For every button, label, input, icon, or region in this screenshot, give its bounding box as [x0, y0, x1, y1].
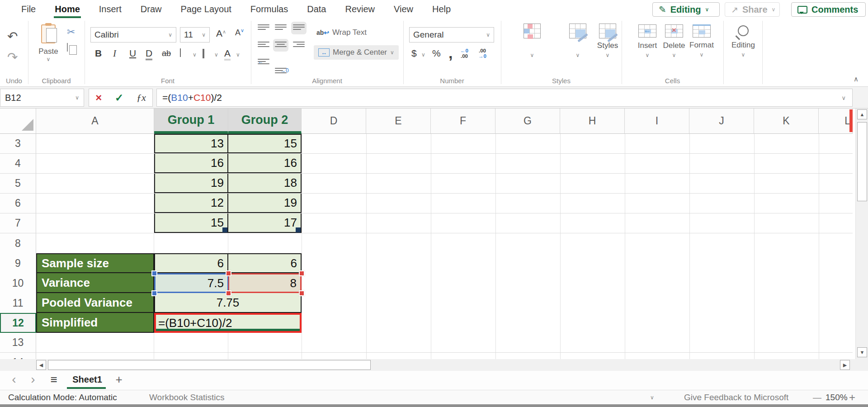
increase-font-size-button[interactable]: A∧ — [216, 28, 226, 39]
scroll-down-icon[interactable]: ▼ — [857, 347, 867, 357]
cell-c7[interactable]: 17 — [228, 213, 302, 233]
collapse-ribbon-button[interactable]: ∧ — [854, 75, 859, 83]
column-header-a[interactable]: A — [36, 109, 154, 134]
insert-cells-button[interactable]: ← Insert ∨ — [635, 24, 660, 58]
cell-a6[interactable] — [36, 194, 154, 213]
scroll-up-icon[interactable]: ▲ — [857, 109, 867, 119]
cell-styles-button[interactable]: Styles ∨ — [595, 24, 620, 60]
empty-cells[interactable] — [302, 154, 853, 173]
tab-sheet1[interactable]: Sheet1 — [68, 371, 107, 388]
selection-handle-red[interactable] — [299, 290, 305, 296]
empty-cells[interactable] — [302, 233, 853, 253]
merge-center-button[interactable]: ↔ Merge & Center ∨ — [314, 45, 399, 60]
selection-handle-blue[interactable] — [151, 270, 157, 276]
cell-b12-edit-mode[interactable]: =(B10+C10)/2 — [154, 313, 302, 333]
zoom-out-icon[interactable]: — — [813, 390, 821, 404]
column-header-c-group2[interactable]: Group 2 — [228, 109, 302, 134]
cell-b7[interactable]: 15 — [154, 213, 228, 233]
row-header-5[interactable]: 5 — [0, 174, 36, 193]
zoom-in-icon[interactable]: + — [849, 390, 855, 404]
decrease-indent-button[interactable]: ← — [258, 58, 269, 67]
undo-icon[interactable]: ↶ — [7, 29, 18, 44]
status-chevron-icon[interactable]: ∨ — [650, 390, 654, 404]
empty-cells[interactable] — [302, 213, 853, 233]
horizontal-scroll-thumb[interactable] — [48, 360, 371, 370]
add-sheet-icon[interactable]: + — [112, 371, 126, 388]
font-color-button[interactable]: A — [224, 48, 231, 61]
select-all-corner[interactable] — [0, 109, 36, 134]
cell-b14[interactable] — [154, 353, 228, 359]
cell-a7[interactable] — [36, 213, 154, 233]
row-header-10[interactable]: 10 — [0, 273, 36, 293]
empty-cells[interactable] — [302, 174, 853, 193]
cell-a4[interactable] — [36, 154, 154, 173]
menu-help[interactable]: Help — [423, 0, 460, 18]
cell-a14[interactable] — [36, 353, 154, 359]
bottom-align-button[interactable] — [293, 24, 305, 33]
formula-input[interactable]: =(B10+C10)/2 ∨ — [156, 89, 853, 107]
cell-b6[interactable]: 12 — [154, 194, 228, 213]
column-header-i[interactable]: I — [625, 109, 689, 134]
empty-cells[interactable] — [302, 353, 853, 359]
selection-handle-blue[interactable] — [151, 290, 157, 296]
comments-button[interactable]: Comments — [791, 2, 866, 17]
align-right-button[interactable] — [293, 41, 305, 50]
font-name-select[interactable]: Calibri ∨ — [90, 27, 176, 43]
zoom-level[interactable]: 150% — [826, 390, 848, 404]
cell-c5[interactable]: 18 — [228, 174, 302, 193]
share-button[interactable]: ↗ Share ∨ — [725, 2, 780, 17]
menu-data[interactable]: Data — [297, 0, 335, 18]
menu-insert[interactable]: Insert — [90, 0, 131, 18]
cell-a10-variance[interactable]: Variance — [36, 273, 154, 293]
cell-a8[interactable] — [36, 233, 154, 253]
menu-view[interactable]: View — [384, 0, 423, 18]
cancel-icon[interactable]: × — [95, 91, 102, 104]
empty-cells[interactable] — [302, 134, 853, 153]
column-header-f[interactable]: F — [431, 109, 495, 134]
expand-formula-bar-icon[interactable]: ∨ — [841, 95, 846, 101]
menu-home[interactable]: Home — [45, 0, 90, 18]
chevron-down-icon[interactable]: ∨ — [214, 52, 218, 58]
cell-c13[interactable] — [228, 333, 302, 352]
cell-a12-simplified[interactable]: Simplified — [36, 313, 154, 333]
vertical-scroll-thumb[interactable] — [857, 122, 867, 201]
cell-b4[interactable]: 16 — [154, 154, 228, 173]
scroll-left-icon[interactable]: ◀ — [36, 360, 46, 370]
cell-b3[interactable]: 13 — [154, 134, 228, 153]
decrease-decimal-button[interactable]: .00 →0 — [478, 48, 486, 59]
cut-icon[interactable]: ✂ — [67, 26, 75, 38]
format-cells-button[interactable]: Format ∨ — [688, 24, 715, 58]
name-box[interactable]: B12 ∨ — [0, 89, 84, 107]
selection-handle-red[interactable] — [299, 270, 305, 276]
underline-button[interactable]: U — [129, 48, 136, 59]
column-header-l[interactable]: L — [819, 109, 853, 134]
cell-b5[interactable]: 19 — [154, 174, 228, 193]
cell-c8[interactable] — [228, 233, 302, 253]
row-header-11[interactable]: 11 — [0, 293, 36, 313]
empty-cells[interactable] — [302, 194, 853, 213]
increase-decimal-button[interactable]: ←0 .00 — [460, 48, 468, 59]
fill-color-button[interactable] — [203, 49, 204, 57]
horizontal-scrollbar[interactable]: ◀ ▶ — [0, 359, 868, 371]
empty-cells[interactable] — [302, 293, 853, 313]
cell-c9[interactable]: 6 — [228, 253, 302, 273]
cell-c3[interactable]: 15 — [228, 134, 302, 153]
row-header-13[interactable]: 13 — [0, 333, 36, 352]
row-header-14[interactable]: 14 — [0, 353, 36, 359]
decrease-font-size-button[interactable]: A∨ — [235, 28, 244, 38]
copy-icon[interactable] — [67, 43, 68, 52]
editing-mode-button[interactable]: ✎ Editing ∨ — [652, 2, 720, 17]
selection-handle-red[interactable] — [226, 270, 231, 276]
delete-cells-button[interactable]: × Delete ∨ — [661, 24, 687, 58]
row-header-12-active[interactable]: 12 — [0, 313, 36, 333]
chevron-down-icon[interactable]: ∨ — [193, 52, 197, 58]
menu-review[interactable]: Review — [335, 0, 384, 18]
menu-page-layout[interactable]: Page Layout — [171, 0, 241, 18]
scroll-right-icon[interactable]: ▶ — [840, 360, 850, 370]
percent-format-button[interactable]: % — [432, 48, 441, 59]
cell-c6[interactable]: 19 — [228, 194, 302, 213]
italic-button[interactable]: I — [113, 48, 116, 59]
selection-handle-red[interactable] — [226, 290, 231, 296]
cell-c14[interactable] — [228, 353, 302, 359]
column-header-b-group1[interactable]: Group 1 — [154, 109, 228, 134]
